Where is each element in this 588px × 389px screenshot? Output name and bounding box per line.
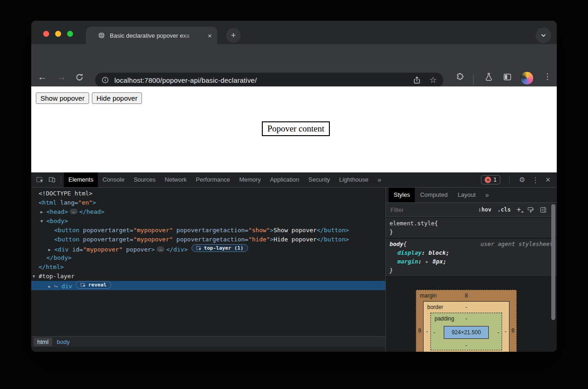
- dom-token: </head>: [79, 208, 105, 215]
- format-paint-icon[interactable]: [527, 206, 534, 213]
- collapsed-content-ellipsis[interactable]: …: [157, 246, 164, 252]
- dom-token: Hide popover: [273, 236, 317, 243]
- disclosure-collapsed-icon[interactable]: ▶: [48, 245, 54, 254]
- extensions-puzzle-icon[interactable]: [456, 73, 464, 81]
- dom-tree-row[interactable]: ▼#top-layer: [31, 272, 385, 281]
- dom-tree-row[interactable]: <html lang="en">: [31, 198, 385, 207]
- css-property-margin[interactable]: margin: ▶ 8px;: [390, 257, 553, 266]
- browser-tab[interactable]: Basic declarative popover exa ×: [86, 27, 217, 44]
- sidebar-tab-layout[interactable]: Layout: [452, 188, 481, 202]
- collapse-sidebar-icon[interactable]: [540, 206, 547, 213]
- dom-tree-row[interactable]: ▶<head>…</head>: [31, 207, 385, 217]
- new-style-rule-button[interactable]: +: [517, 206, 521, 214]
- box-model-diagram[interactable]: margin8 8 border- - padding-: [416, 290, 517, 352]
- minimize-window-button[interactable]: [55, 31, 61, 37]
- dom-token: <head>: [46, 208, 68, 215]
- inspect-badge-icon: [80, 282, 86, 288]
- css-property-display[interactable]: display: block;: [390, 248, 553, 257]
- dom-tree-row[interactable]: </html>: [31, 263, 385, 272]
- dom-token: <html: [39, 199, 57, 206]
- site-info-icon[interactable]: [102, 76, 109, 84]
- devtools-tab-application[interactable]: Application: [266, 172, 304, 187]
- devtools-settings-gear-icon[interactable]: ⚙: [519, 176, 525, 184]
- devtools-tab-lighthouse[interactable]: Lighthouse: [334, 172, 373, 187]
- devtools-tab-network[interactable]: Network: [160, 172, 192, 187]
- side-panel-icon[interactable]: [503, 73, 512, 81]
- stylesheet-source: user agent stylesheet: [481, 240, 553, 248]
- address-bar[interactable]: localhost:7800/popover-api/basic-declara…: [95, 73, 443, 87]
- style-rule-body[interactable]: body {user agent stylesheetdisplay: bloc…: [386, 239, 557, 277]
- collapsed-content-ellipsis[interactable]: …: [70, 209, 78, 214]
- margin-left-value: 8: [416, 327, 423, 334]
- window-controls: [43, 31, 73, 37]
- breadcrumb-item-body[interactable]: body: [53, 338, 74, 346]
- zoom-window-button[interactable]: [67, 31, 73, 37]
- dom-tree-row[interactable]: ▶↪ divreveal: [31, 281, 385, 290]
- padding-label: padding: [435, 313, 454, 324]
- dom-tree-row[interactable]: <button popovertarget="mypopover" popove…: [31, 235, 385, 244]
- breadcrumb-item-html[interactable]: html: [34, 338, 52, 346]
- tab-close-icon[interactable]: ×: [208, 32, 212, 40]
- show-popover-button[interactable]: Show popover: [36, 92, 89, 104]
- flask-icon[interactable]: [484, 72, 493, 81]
- dom-tree-row[interactable]: </body>: [31, 253, 385, 263]
- border-top-value: -: [465, 304, 467, 310]
- dom-token: <body>: [46, 217, 68, 224]
- device-toolbar-icon[interactable]: [46, 174, 58, 186]
- disclosure-expanded-icon[interactable]: ▼: [33, 272, 39, 281]
- devtools-divider: [61, 176, 61, 184]
- dom-token: ↪: [54, 283, 62, 290]
- devtools-tab-memory[interactable]: Memory: [235, 172, 266, 187]
- devtools-tab-elements[interactable]: Elements: [64, 172, 98, 187]
- devtools-tab-sources[interactable]: Sources: [129, 172, 160, 187]
- devtools-close-icon[interactable]: ×: [545, 175, 550, 185]
- dom-tree-row[interactable]: <!DOCTYPE html>: [31, 189, 385, 198]
- dom-token: </body>: [46, 254, 72, 261]
- devtools-tab-console[interactable]: Console: [98, 172, 129, 187]
- dom-tree-row[interactable]: ▶<div id="mypopover" popover>…</div>top-…: [31, 244, 385, 253]
- devtools-tab-performance[interactable]: Performance: [191, 172, 234, 187]
- disclosure-collapsed-icon[interactable]: ▶: [40, 207, 46, 217]
- sidebar-scrollbar[interactable]: [551, 204, 555, 320]
- pseudo-state-toggle[interactable]: :hov: [478, 206, 492, 213]
- disclosure-collapsed-icon[interactable]: ▶: [48, 282, 54, 291]
- inspect-element-icon[interactable]: [34, 174, 46, 186]
- browser-window: Basic declarative popover exa × + ← → lo…: [31, 21, 557, 352]
- style-rule-element-style[interactable]: element.style {}: [386, 218, 557, 239]
- hide-popover-button[interactable]: Hide popover: [92, 92, 142, 104]
- adorner-badge[interactable]: top-layer (1): [192, 244, 248, 252]
- error-icon: ×: [485, 177, 491, 183]
- dom-token: <button: [54, 227, 79, 234]
- devtools-tab-security[interactable]: Security: [304, 172, 334, 187]
- element-classes-toggle[interactable]: .cls: [498, 206, 511, 213]
- sidebar-tab-styles[interactable]: Styles: [389, 188, 415, 202]
- error-count: 1: [493, 177, 497, 183]
- dom-token: <!DOCTYPE html>: [39, 190, 92, 197]
- share-icon[interactable]: [413, 76, 421, 85]
- disclosure-expanded-icon[interactable]: ▼: [40, 217, 46, 226]
- tab-search-chevron-icon[interactable]: [536, 28, 551, 43]
- error-counter[interactable]: × 1: [481, 175, 500, 184]
- back-button[interactable]: ←: [38, 72, 47, 82]
- sidebar-tab-computed[interactable]: Computed: [415, 188, 452, 202]
- more-tabs-chevron-icon[interactable]: »: [373, 176, 385, 183]
- forward-button[interactable]: →: [57, 72, 66, 82]
- new-tab-button[interactable]: +: [226, 28, 241, 43]
- adorner-badge[interactable]: reveal: [76, 281, 111, 289]
- box-model-padding: padding- - 924×21.500 - -: [430, 313, 502, 350]
- dom-tree-row[interactable]: <button popovertarget="mypopover" popove…: [31, 226, 385, 235]
- bookmark-star-icon[interactable]: ☆: [430, 75, 437, 85]
- dom-tree-row[interactable]: ▼<body>: [31, 217, 385, 226]
- devtools-menu-icon[interactable]: ⋮: [531, 176, 539, 184]
- dom-token: lang=: [57, 199, 78, 206]
- dom-token: <div: [54, 246, 68, 253]
- dom-token: popovertargetaction=: [173, 236, 248, 243]
- dom-token: #top-layer: [39, 273, 74, 280]
- expand-shorthand-icon[interactable]: ▶: [426, 260, 428, 264]
- browser-menu-icon[interactable]: ⋮: [543, 72, 551, 81]
- close-window-button[interactable]: [43, 31, 49, 37]
- profile-avatar[interactable]: [520, 71, 534, 85]
- styles-filter-input[interactable]: [390, 206, 478, 214]
- reload-button[interactable]: [75, 73, 84, 82]
- sidebar-more-tabs-chevron-icon[interactable]: »: [481, 191, 493, 199]
